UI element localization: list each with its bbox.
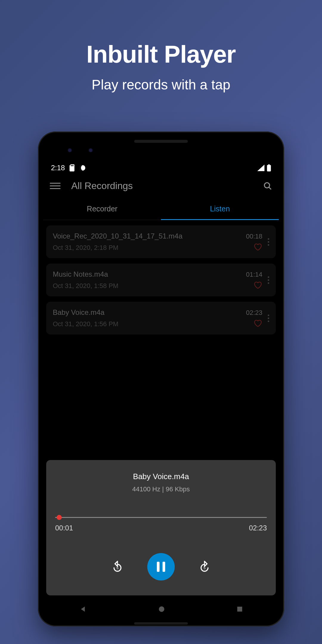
android-nav-bar (43, 597, 279, 621)
search-icon[interactable] (263, 182, 272, 191)
svg-point-5 (159, 606, 164, 612)
battery-icon (267, 164, 271, 171)
player-track-title: Baby Voice.m4a (55, 472, 267, 481)
more-icon[interactable] (267, 274, 270, 286)
progress-bar[interactable] (55, 517, 267, 518)
more-icon[interactable] (267, 312, 270, 324)
nav-recent-icon[interactable] (236, 606, 243, 612)
recording-name: Music Notes.m4a (53, 270, 246, 278)
status-time: 2:18 (51, 164, 65, 172)
promo-title: Inbuilt Player (86, 40, 236, 68)
tab-listen[interactable]: Listen (161, 197, 279, 220)
recording-item[interactable]: Music Notes.m4a Oct 31, 2020, 1:58 PM 01… (46, 264, 276, 296)
svg-text:5: 5 (117, 566, 118, 570)
recording-duration: 02:23 (246, 309, 262, 317)
tab-recorder[interactable]: Recorder (43, 197, 161, 220)
progress-thumb[interactable] (57, 515, 62, 520)
recording-name: Baby Voice.m4a (53, 308, 246, 317)
heart-icon[interactable] (253, 319, 262, 327)
tabs: Recorder Listen (43, 197, 279, 220)
signal-icon (257, 165, 264, 171)
svg-line-2 (269, 187, 271, 189)
phone-speaker (134, 140, 188, 143)
recording-item[interactable]: Voice_Rec_2020_10_31_14_17_51.m4a Oct 31… (46, 225, 276, 258)
svg-point-1 (264, 182, 270, 188)
page-title: All Recordings (71, 180, 133, 191)
recording-date: Oct 31, 2020, 1:58 PM (53, 282, 246, 290)
phone-camera-icon (68, 148, 72, 152)
heart-icon[interactable] (253, 243, 262, 251)
time-elapsed: 00:01 (55, 524, 73, 532)
player-track-meta: 44100 Hz | 96 Kbps (55, 485, 267, 493)
pause-icon (157, 562, 165, 572)
recording-duration: 00:18 (246, 233, 262, 240)
svg-rect-6 (237, 607, 242, 612)
phone-camera-icon (89, 148, 93, 152)
recording-date: Oct 31, 2020, 1:56 PM (53, 320, 246, 328)
heart-icon[interactable] (253, 281, 262, 289)
nav-home-icon[interactable] (158, 606, 165, 612)
more-icon[interactable] (267, 236, 270, 248)
recording-date: Oct 31, 2020, 2:18 PM (53, 244, 246, 252)
status-bar: 2:18 (43, 160, 279, 174)
recording-duration: 01:14 (246, 271, 262, 278)
phone-bottom-speaker (134, 622, 188, 625)
promo-subtitle: Play records with a tap (86, 77, 236, 93)
recording-name: Voice_Rec_2020_10_31_14_17_51.m4a (53, 232, 246, 240)
sd-card-icon (69, 164, 75, 171)
menu-icon[interactable] (50, 183, 61, 189)
nav-back-icon[interactable] (79, 605, 87, 613)
pause-button[interactable] (147, 553, 175, 580)
time-total: 02:23 (249, 524, 267, 532)
svg-text:5: 5 (204, 566, 205, 570)
rewind-5-icon[interactable]: 5 (112, 561, 123, 573)
forward-5-icon[interactable]: 5 (199, 561, 210, 573)
moon-icon (79, 165, 86, 171)
app-screen: 2:18 All Recordings Recorder Listen (43, 160, 279, 621)
app-header: All Recordings (43, 174, 279, 197)
player-panel: Baby Voice.m4a 44100 Hz | 96 Kbps 00:01 … (46, 460, 276, 595)
recording-item[interactable]: Baby Voice.m4a Oct 31, 2020, 1:56 PM 02:… (46, 302, 276, 335)
phone-frame: 2:18 All Recordings Recorder Listen (38, 131, 284, 626)
